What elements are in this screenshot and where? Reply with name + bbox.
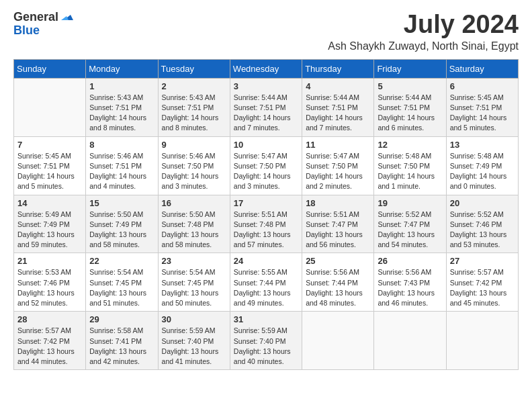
day-detail: Sunrise: 5:54 AMSunset: 7:45 PMDaylight:…: [89, 267, 154, 308]
day-detail: Sunrise: 5:52 AMSunset: 7:47 PMDaylight:…: [378, 210, 442, 250]
day-number: 26: [378, 256, 442, 266]
calendar-week-row: 28 Sunrise: 5:57 AMSunset: 7:42 PMDaylig…: [14, 312, 519, 370]
day-number: 2: [162, 81, 226, 91]
calendar-day-cell: [374, 312, 446, 370]
logo-general-text: General: [13, 11, 58, 24]
page-header: General Blue July 2024 Ash Shaykh Zuwayd…: [13, 11, 519, 52]
calendar-day-cell: 29 Sunrise: 5:58 AMSunset: 7:41 PMDaylig…: [86, 312, 158, 370]
svg-marker-1: [61, 16, 69, 20]
day-detail: Sunrise: 5:51 AMSunset: 7:47 PMDaylight:…: [306, 210, 370, 250]
day-detail: Sunrise: 5:51 AMSunset: 7:48 PMDaylight:…: [234, 210, 298, 250]
calendar-header-tuesday: Tuesday: [158, 59, 230, 78]
day-number: 6: [450, 81, 515, 91]
day-number: 27: [450, 256, 515, 266]
day-detail: Sunrise: 5:55 AMSunset: 7:44 PMDaylight:…: [234, 267, 298, 308]
day-detail: Sunrise: 5:44 AMSunset: 7:51 PMDaylight:…: [378, 93, 442, 134]
day-detail: Sunrise: 5:50 AMSunset: 7:49 PMDaylight:…: [89, 210, 154, 250]
calendar-header-row: SundayMondayTuesdayWednesdayThursdayFrid…: [14, 59, 519, 78]
day-number: 3: [234, 81, 298, 91]
calendar-week-row: 21 Sunrise: 5:53 AMSunset: 7:46 PMDaylig…: [14, 253, 519, 312]
day-detail: Sunrise: 5:48 AMSunset: 7:50 PMDaylight:…: [378, 151, 442, 192]
calendar-day-cell: 16 Sunrise: 5:50 AMSunset: 7:48 PMDaylig…: [158, 195, 230, 253]
calendar-header-monday: Monday: [86, 59, 158, 78]
day-number: 15: [89, 198, 154, 208]
calendar-day-cell: 7 Sunrise: 5:45 AMSunset: 7:51 PMDayligh…: [14, 136, 86, 195]
day-number: 20: [450, 198, 515, 208]
day-detail: Sunrise: 5:47 AMSunset: 7:50 PMDaylight:…: [234, 151, 298, 192]
title-section: July 2024 Ash Shaykh Zuwayd, North Sinai…: [328, 11, 519, 52]
logo-icon: [60, 9, 75, 24]
calendar-day-cell: 8 Sunrise: 5:46 AMSunset: 7:51 PMDayligh…: [86, 136, 158, 195]
calendar-day-cell: 15 Sunrise: 5:50 AMSunset: 7:49 PMDaylig…: [86, 195, 158, 253]
day-detail: Sunrise: 5:58 AMSunset: 7:41 PMDaylight:…: [89, 326, 154, 367]
calendar-day-cell: 14 Sunrise: 5:49 AMSunset: 7:49 PMDaylig…: [14, 195, 86, 253]
day-number: 17: [234, 198, 298, 208]
calendar-day-cell: 4 Sunrise: 5:44 AMSunset: 7:51 PMDayligh…: [302, 78, 374, 136]
day-detail: Sunrise: 5:53 AMSunset: 7:46 PMDaylight:…: [17, 267, 82, 308]
day-number: 1: [89, 81, 154, 91]
calendar-header-wednesday: Wednesday: [230, 59, 302, 78]
calendar-day-cell: 28 Sunrise: 5:57 AMSunset: 7:42 PMDaylig…: [14, 312, 86, 370]
day-detail: Sunrise: 5:43 AMSunset: 7:51 PMDaylight:…: [162, 93, 226, 134]
day-number: 13: [450, 140, 515, 150]
logo: General Blue: [13, 11, 75, 38]
day-detail: Sunrise: 5:52 AMSunset: 7:46 PMDaylight:…: [450, 210, 515, 250]
day-number: 24: [234, 256, 298, 266]
day-number: 25: [306, 256, 370, 266]
calendar-day-cell: 31 Sunrise: 5:59 AMSunset: 7:40 PMDaylig…: [230, 312, 302, 370]
day-detail: Sunrise: 5:45 AMSunset: 7:51 PMDaylight:…: [450, 93, 515, 134]
day-number: 30: [162, 314, 226, 324]
day-detail: Sunrise: 5:43 AMSunset: 7:51 PMDaylight:…: [89, 93, 154, 134]
day-number: 23: [162, 256, 226, 266]
day-number: 10: [234, 140, 298, 150]
day-detail: Sunrise: 5:56 AMSunset: 7:43 PMDaylight:…: [378, 267, 442, 308]
day-number: 9: [162, 140, 226, 150]
day-detail: Sunrise: 5:59 AMSunset: 7:40 PMDaylight:…: [234, 326, 298, 367]
day-number: 11: [306, 140, 370, 150]
calendar-day-cell: 11 Sunrise: 5:47 AMSunset: 7:50 PMDaylig…: [302, 136, 374, 195]
calendar-day-cell: 2 Sunrise: 5:43 AMSunset: 7:51 PMDayligh…: [158, 78, 230, 136]
calendar-day-cell: [446, 312, 518, 370]
calendar-day-cell: 3 Sunrise: 5:44 AMSunset: 7:51 PMDayligh…: [230, 78, 302, 136]
calendar-day-cell: 26 Sunrise: 5:56 AMSunset: 7:43 PMDaylig…: [374, 253, 446, 312]
day-number: 29: [89, 314, 154, 324]
calendar-header-saturday: Saturday: [446, 59, 518, 78]
calendar-day-cell: [302, 312, 374, 370]
day-number: 7: [17, 140, 82, 150]
calendar-header-thursday: Thursday: [302, 59, 374, 78]
day-detail: Sunrise: 5:48 AMSunset: 7:49 PMDaylight:…: [450, 151, 515, 192]
calendar-day-cell: 19 Sunrise: 5:52 AMSunset: 7:47 PMDaylig…: [374, 195, 446, 253]
day-detail: Sunrise: 5:57 AMSunset: 7:42 PMDaylight:…: [17, 326, 82, 367]
calendar-day-cell: 30 Sunrise: 5:59 AMSunset: 7:40 PMDaylig…: [158, 312, 230, 370]
calendar-day-cell: 20 Sunrise: 5:52 AMSunset: 7:46 PMDaylig…: [446, 195, 518, 253]
day-number: 12: [378, 140, 442, 150]
calendar-day-cell: [14, 78, 86, 136]
calendar-day-cell: 27 Sunrise: 5:57 AMSunset: 7:42 PMDaylig…: [446, 253, 518, 312]
day-detail: Sunrise: 5:47 AMSunset: 7:50 PMDaylight:…: [306, 151, 370, 192]
calendar-day-cell: 18 Sunrise: 5:51 AMSunset: 7:47 PMDaylig…: [302, 195, 374, 253]
calendar-day-cell: 21 Sunrise: 5:53 AMSunset: 7:46 PMDaylig…: [14, 253, 86, 312]
day-number: 31: [234, 314, 298, 324]
calendar-week-row: 1 Sunrise: 5:43 AMSunset: 7:51 PMDayligh…: [14, 78, 519, 136]
calendar-header-friday: Friday: [374, 59, 446, 78]
day-number: 8: [89, 140, 154, 150]
month-title: July 2024: [328, 11, 519, 39]
calendar-day-cell: 10 Sunrise: 5:47 AMSunset: 7:50 PMDaylig…: [230, 136, 302, 195]
day-detail: Sunrise: 5:46 AMSunset: 7:51 PMDaylight:…: [89, 151, 154, 192]
day-number: 4: [306, 81, 370, 91]
calendar-day-cell: 1 Sunrise: 5:43 AMSunset: 7:51 PMDayligh…: [86, 78, 158, 136]
day-detail: Sunrise: 5:44 AMSunset: 7:51 PMDaylight:…: [234, 93, 298, 134]
calendar-day-cell: 12 Sunrise: 5:48 AMSunset: 7:50 PMDaylig…: [374, 136, 446, 195]
calendar-week-row: 7 Sunrise: 5:45 AMSunset: 7:51 PMDayligh…: [14, 136, 519, 195]
calendar-day-cell: 9 Sunrise: 5:46 AMSunset: 7:50 PMDayligh…: [158, 136, 230, 195]
location-title: Ash Shaykh Zuwayd, North Sinai, Egypt: [328, 40, 519, 52]
day-number: 21: [17, 256, 82, 266]
day-detail: Sunrise: 5:54 AMSunset: 7:45 PMDaylight:…: [162, 267, 226, 308]
calendar-day-cell: 22 Sunrise: 5:54 AMSunset: 7:45 PMDaylig…: [86, 253, 158, 312]
day-detail: Sunrise: 5:59 AMSunset: 7:40 PMDaylight:…: [162, 326, 226, 367]
day-number: 28: [17, 314, 82, 324]
calendar-day-cell: 6 Sunrise: 5:45 AMSunset: 7:51 PMDayligh…: [446, 78, 518, 136]
calendar-header-sunday: Sunday: [14, 59, 86, 78]
calendar-week-row: 14 Sunrise: 5:49 AMSunset: 7:49 PMDaylig…: [14, 195, 519, 253]
day-detail: Sunrise: 5:56 AMSunset: 7:44 PMDaylight:…: [306, 267, 370, 308]
